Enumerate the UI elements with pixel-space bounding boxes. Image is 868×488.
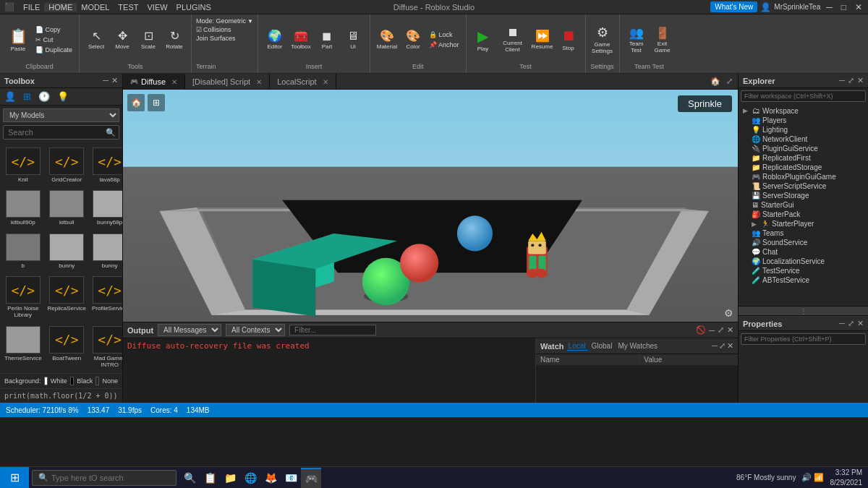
close-button[interactable]: ✕ <box>852 2 865 12</box>
watch-tab-mywatches[interactable]: My Watches <box>616 342 659 350</box>
toolbox-item-madgames[interactable]: </> Mad Games INTRO <box>90 324 122 370</box>
tab-localscript[interactable]: LocalScript ✕ <box>270 74 336 90</box>
properties-filter-input[interactable] <box>741 334 865 344</box>
tab-disabled-script[interactable]: [Disabled] Script ✕ <box>185 74 270 90</box>
white-color-btn[interactable] <box>44 377 48 385</box>
stop-button[interactable]: ⏹Stop <box>556 26 581 53</box>
tree-startergui[interactable]: 🖥 StarterGui <box>740 200 867 210</box>
taskbar-search-input[interactable] <box>51 474 170 482</box>
maximize-button[interactable]: □ <box>838 2 849 12</box>
tree-players[interactable]: 👥 Players <box>740 116 867 125</box>
viewport-home-btn[interactable]: 🏠 <box>127 94 145 111</box>
taskbar-icon-email[interactable]: 📧 <box>281 468 301 488</box>
menu-model[interactable]: MODEL <box>77 3 114 12</box>
toolbox-tab-light[interactable]: 💡 <box>57 91 69 102</box>
tree-testservice[interactable]: 🧪 TestService <box>740 266 867 275</box>
panel-resize-handle[interactable]: ⋮ <box>800 307 807 315</box>
menu-plugins[interactable]: PLUGINS <box>172 3 216 12</box>
watch-collapse[interactable]: ─ <box>712 341 718 351</box>
toolbox-item-themeservice[interactable]: ThemeService <box>3 324 43 370</box>
lock-button[interactable]: 🔒 Lock <box>427 30 461 39</box>
taskbar-icon-firefox[interactable]: 🦊 <box>260 468 281 488</box>
taskbar-icon-folder[interactable]: 📁 <box>220 468 240 488</box>
watch-close[interactable]: ✕ <box>727 341 733 351</box>
toolbox-item-lava68p[interactable]: </> lava68p <box>90 145 122 185</box>
output-collapse[interactable]: ─ <box>709 326 715 335</box>
viewport-expand-icon[interactable]: ⤢ <box>724 77 735 86</box>
select-button[interactable]: ↖Select <box>84 27 109 51</box>
properties-expand[interactable]: ⤢ <box>848 319 854 328</box>
toolbox-search-input[interactable] <box>4 126 103 139</box>
duplicate-button[interactable]: 📑 Duplicate <box>33 46 75 54</box>
rotate-button[interactable]: ↻Rotate <box>162 27 187 51</box>
toolbox-item-boattween[interactable]: </> BoatTween <box>46 324 88 370</box>
toolbox-category-dropdown[interactable]: My Models <box>3 108 119 122</box>
tree-starterplayer[interactable]: ▶ 🏃 StarterPlayer <box>740 219 867 228</box>
explorer-close[interactable]: ✕ <box>857 76 864 85</box>
properties-close[interactable]: ✕ <box>857 319 864 328</box>
tree-soundservice[interactable]: 🔊 SoundService <box>740 238 867 247</box>
black-color-btn[interactable] <box>70 377 74 385</box>
output-filter-input[interactable] <box>289 325 376 335</box>
menu-file[interactable]: FILE <box>19 3 44 12</box>
toolbox-item-bunny2[interactable]: bunny <box>90 231 122 271</box>
copy-button[interactable]: 📄 Copy <box>33 25 75 34</box>
resume-button[interactable]: ⏩Resume <box>530 27 555 51</box>
cut-button[interactable]: ✂ Cut <box>33 35 75 44</box>
anchor-button[interactable]: 📌 Anchor <box>427 40 461 49</box>
watch-expand[interactable]: ⤢ <box>719 341 726 351</box>
tree-starterpack[interactable]: 🎒 StarterPack <box>740 210 867 219</box>
toolbox-item-kitbull[interactable]: kitbull <box>46 188 88 228</box>
play-button[interactable]: ▶Play <box>471 26 495 53</box>
team-test-button[interactable]: 👥TeamTest <box>624 25 649 55</box>
toolbox-collapse[interactable]: ─ <box>103 76 109 85</box>
taskbar-icon-edge[interactable]: 🌐 <box>240 468 260 488</box>
material-button[interactable]: 🎨Material <box>375 27 399 51</box>
properties-collapse[interactable]: ─ <box>839 319 845 328</box>
scale-button[interactable]: ⊡Scale <box>136 27 161 51</box>
move-button[interactable]: ✥Move <box>110 27 135 51</box>
tree-robloxplugingame[interactable]: 🎮 RobloxPluginGuiGame <box>740 172 867 181</box>
tree-abtestservice[interactable]: 🧪 ABTestService <box>740 275 867 285</box>
toolbox-item-b[interactable]: b <box>3 231 43 271</box>
viewport-settings-btn[interactable]: ⚙ <box>724 307 733 319</box>
color-button[interactable]: 🎨Color <box>401 27 425 51</box>
explorer-collapse[interactable]: ─ <box>839 76 845 85</box>
current-client-button[interactable]: ⏹CurrentClient <box>497 25 529 54</box>
menu-view[interactable]: VIEW <box>142 3 171 12</box>
menu-test[interactable]: TEST <box>114 3 142 12</box>
watch-tab-global[interactable]: Global <box>590 342 614 350</box>
output-expand[interactable]: ⤢ <box>718 325 724 335</box>
explorer-expand[interactable]: ⤢ <box>848 76 854 85</box>
toolbox-item-kitbull90p[interactable]: kitbull90p <box>3 188 43 228</box>
taskbar-icon-roblox[interactable]: 🎮 <box>301 468 321 488</box>
toolbox-item-perlin[interactable]: </> Perlin Noise Library <box>3 274 43 320</box>
part-button[interactable]: ◼Part <box>315 27 339 51</box>
tab-diffuse-close[interactable]: ✕ <box>171 78 177 86</box>
game-settings-button[interactable]: ⚙GameSettings <box>590 23 615 56</box>
tree-serverstorage[interactable]: 💾 ServerStorage <box>740 191 867 200</box>
tree-networkclient[interactable]: 🌐 NetworkClient <box>740 134 867 144</box>
paste-button[interactable]: 📋 Paste <box>4 17 32 61</box>
tab-diffuse[interactable]: 🎮 Diffuse ✕ <box>123 74 185 90</box>
toolbox-item-gridcreator[interactable]: </> GridCreator <box>46 145 88 185</box>
menu-home[interactable]: HOME <box>44 3 77 12</box>
exit-game-button[interactable]: 🚪ExitGame <box>650 25 675 55</box>
viewport-grid-btn[interactable]: ⊞ <box>148 94 165 111</box>
toolbox-tab-grid[interactable]: ⊞ <box>23 91 31 102</box>
viewport-home-icon[interactable]: 🏠 <box>708 77 723 86</box>
tree-chat[interactable]: 💬 Chat <box>740 247 867 257</box>
ui-button[interactable]: 🖥Ui <box>341 28 365 51</box>
toolbox-tab-user[interactable]: 👤 <box>4 91 16 102</box>
toolbox-item-replicaservice[interactable]: </> ReplicaService <box>46 274 88 320</box>
toolbox-tab-recent[interactable]: 🕐 <box>38 91 50 102</box>
explorer-search-input[interactable] <box>741 91 865 101</box>
toolbox-button[interactable]: 🧰Toolbox <box>289 27 313 51</box>
toolbox-item-bunny68p[interactable]: bunny68p <box>90 188 122 228</box>
toolbox-item-knit[interactable]: </> Knit <box>3 145 43 185</box>
tree-teams[interactable]: 👥 Teams <box>740 228 867 238</box>
tab-disabled-close[interactable]: ✕ <box>256 78 262 86</box>
tree-serverscriptservice[interactable]: 📜 ServerScriptService <box>740 181 867 191</box>
toolbox-item-profileservice[interactable]: </> ProfileService <box>90 274 122 320</box>
output-close[interactable]: ✕ <box>727 325 733 335</box>
